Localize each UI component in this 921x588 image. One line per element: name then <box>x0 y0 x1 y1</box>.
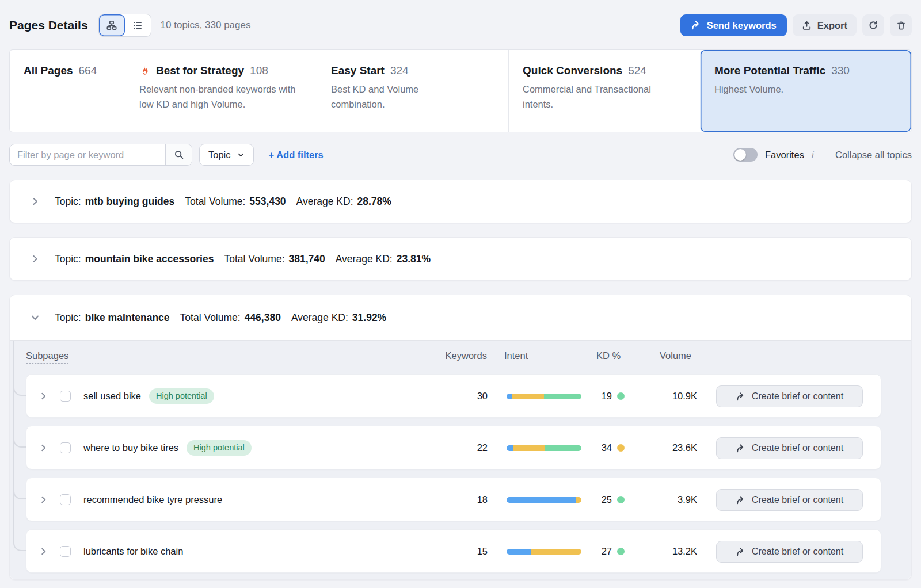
chevron-down-icon[interactable] <box>31 313 40 322</box>
column-header-kd: KD % <box>596 350 621 361</box>
send-arrow-icon <box>736 392 745 402</box>
row-checkbox[interactable] <box>60 391 71 402</box>
intent-bar <box>507 445 581 451</box>
create-brief-button[interactable]: Create brief or content <box>716 489 863 511</box>
favorites-label: Favorites <box>765 150 804 161</box>
kd-value: 27 <box>572 546 612 557</box>
kd-value: 34 <box>572 442 612 453</box>
keywords-count: 22 <box>430 442 488 453</box>
topic-filter-dropdown[interactable]: Topic <box>199 144 254 166</box>
export-button[interactable]: Export <box>793 14 857 36</box>
create-brief-button[interactable]: Create brief or content <box>716 385 863 407</box>
column-header-keywords: Keywords <box>429 350 487 361</box>
tree-connector-elbow <box>13 380 27 396</box>
column-header-volume: Volume <box>660 350 691 361</box>
add-filters-link[interactable]: + Add filters <box>269 150 324 161</box>
subpage-name: lubricants for bike chain <box>83 546 183 557</box>
page-title: Pages Details <box>9 18 88 32</box>
row-checkbox[interactable] <box>60 442 71 453</box>
favorites-group: Favorites i Collapse all topics <box>733 148 912 162</box>
preset-tabs: All Pages 664 Best for Strategy 108 Rele… <box>9 49 912 132</box>
topic-row-mountain-bike-accessories[interactable]: Topic:mountain bike accessories Total Vo… <box>9 237 912 281</box>
list-icon <box>132 20 143 30</box>
row-checkbox[interactable] <box>60 494 71 505</box>
kd-dot <box>617 496 625 503</box>
intent-segment-yellow <box>513 445 545 451</box>
topic-name: mtb buying guides <box>85 196 175 208</box>
send-keywords-button[interactable]: Send keywords <box>680 14 787 36</box>
kd-dot <box>617 444 625 452</box>
topics-pages-summary: 10 topics, 330 pages <box>161 20 251 31</box>
send-arrow-icon <box>736 495 745 505</box>
subpage-name: recommended bike tyre pressure <box>83 494 222 505</box>
topic-total-volume: 446,380 <box>245 312 281 324</box>
tree-view-button[interactable] <box>99 14 125 36</box>
volume-value: 13.2K <box>640 546 697 557</box>
tab-best-for-strategy[interactable]: Best for Strategy 108 Relevant non-brand… <box>125 50 317 132</box>
tab-all-pages[interactable]: All Pages 664 <box>10 50 125 132</box>
create-brief-button[interactable]: Create brief or content <box>716 437 863 459</box>
chevron-right-icon[interactable] <box>31 254 40 264</box>
filter-bar: Topic + Add filters Favorites i Collapse… <box>9 144 912 166</box>
tab-more-potential-traffic[interactable]: More Potential Traffic 330 Highest Volum… <box>700 50 911 132</box>
subpage-row-sell-used-bike: sell used bike High potential 30 19 10.9… <box>26 374 881 418</box>
subpage-row-where-to-buy-bike-tires: where to buy bike tires High potential 2… <box>26 426 881 469</box>
tree-connector-elbow <box>13 432 27 448</box>
chevron-right-icon[interactable] <box>39 495 48 504</box>
volume-value: 3.9K <box>640 494 697 505</box>
high-potential-badge: High potential <box>187 440 252 456</box>
tab-easy-start[interactable]: Easy Start 324 Best KD and Volume combin… <box>317 50 508 132</box>
flame-icon <box>139 66 150 77</box>
subpage-row-lubricants-for-bike-chain: lubricants for bike chain 15 27 13.2K Cr… <box>26 529 881 573</box>
view-mode-toggle <box>98 14 151 37</box>
intent-segment-blue <box>507 394 512 399</box>
kd-value: 19 <box>572 391 612 402</box>
kd-dot <box>617 392 625 400</box>
create-brief-button[interactable]: Create brief or content <box>716 541 863 563</box>
high-potential-badge: High potential <box>149 388 214 404</box>
tree-connector-elbow <box>13 536 27 551</box>
collapse-all-topics-link[interactable]: Collapse all topics <box>835 150 912 161</box>
intent-segment-blue <box>507 549 531 555</box>
topic-name: mountain bike accessories <box>85 253 214 265</box>
row-checkbox[interactable] <box>60 546 71 557</box>
sitemap-icon <box>106 20 117 30</box>
topic-row-bike-maintenance[interactable]: Topic:bike maintenance Total Volume:446,… <box>10 295 911 340</box>
pages-details-screen: Pages Details <box>0 0 921 588</box>
subpage-rows: sell used bike High potential 30 19 10.9… <box>26 374 881 580</box>
delete-button[interactable] <box>890 14 912 36</box>
search-input[interactable] <box>10 144 165 165</box>
kd-dot <box>617 548 625 555</box>
topic-total-volume: 381,740 <box>289 253 325 265</box>
column-header-subpages[interactable]: Subpages <box>26 350 68 364</box>
intent-segment-blue <box>507 497 576 503</box>
subpage-name: where to buy bike tires <box>83 442 178 453</box>
chevron-right-icon[interactable] <box>39 444 48 452</box>
search-button[interactable] <box>165 144 192 165</box>
chevron-right-icon[interactable] <box>39 547 48 556</box>
topic-average-kd: 28.78% <box>357 196 391 208</box>
favorites-toggle[interactable] <box>733 148 758 162</box>
topic-total-volume: 553,430 <box>249 196 286 208</box>
chevron-right-icon[interactable] <box>39 392 48 400</box>
send-arrow-icon <box>691 20 701 30</box>
info-icon[interactable]: i <box>810 150 813 161</box>
refresh-button[interactable] <box>862 14 884 36</box>
trash-icon <box>896 21 906 30</box>
keywords-count: 18 <box>430 494 488 505</box>
list-view-button[interactable] <box>125 14 151 36</box>
keywords-count: 15 <box>430 546 488 557</box>
tree-connector-elbow <box>13 484 27 499</box>
chevron-right-icon[interactable] <box>31 197 40 206</box>
tab-quick-conversions[interactable]: Quick Conversions 524 Commercial and Tra… <box>508 50 700 132</box>
send-arrow-icon <box>736 547 745 557</box>
intent-bar <box>507 549 581 555</box>
subpages-table: Subpages Keywords Intent KD % Volume s <box>10 340 911 579</box>
topic-name: bike maintenance <box>85 312 170 324</box>
intent-bar <box>507 497 581 503</box>
kd-value: 25 <box>572 494 612 505</box>
intent-bar <box>507 394 581 399</box>
volume-value: 10.9K <box>640 391 697 402</box>
intent-segment-yellow <box>512 394 544 399</box>
topic-row-mtb-buying-guides[interactable]: Topic:mtb buying guides Total Volume:553… <box>9 180 912 223</box>
